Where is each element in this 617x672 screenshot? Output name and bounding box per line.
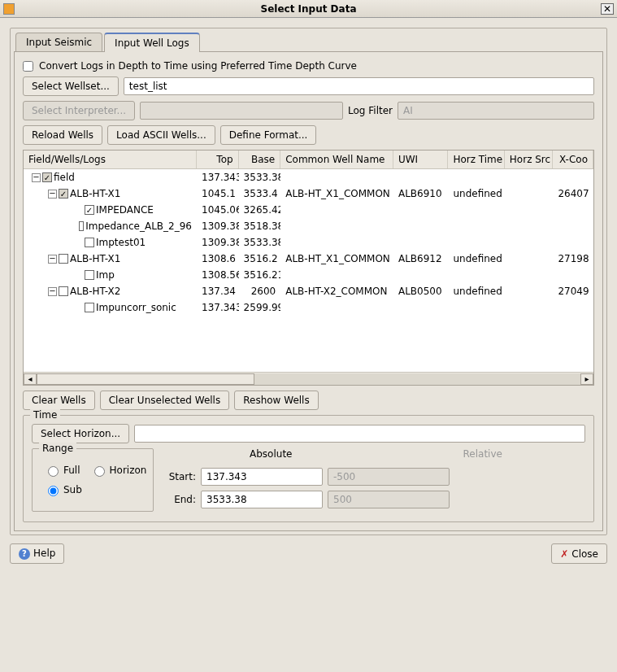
relative-label: Relative bbox=[463, 448, 502, 460]
tree-checkbox[interactable] bbox=[79, 221, 84, 231]
absolute-label: Absolute bbox=[250, 448, 292, 460]
load-ascii-wells-button[interactable]: Load ASCII Wells... bbox=[107, 125, 215, 145]
tree-checkbox[interactable] bbox=[85, 238, 94, 247]
tree-node-label: field bbox=[54, 172, 75, 183]
table-row[interactable]: Impedance_ALB_2_961309.383518.38 bbox=[24, 218, 593, 234]
tree-expander-icon[interactable]: − bbox=[48, 287, 57, 296]
col-horz-time[interactable]: Horz Time bbox=[448, 151, 504, 168]
col-base[interactable]: Base bbox=[239, 151, 281, 168]
wellset-input[interactable] bbox=[124, 77, 594, 95]
tab-input-seismic[interactable]: Input Seismic bbox=[15, 33, 102, 51]
scroll-right-icon[interactable]: ▸ bbox=[580, 373, 593, 385]
tree-node-label: ALB-HT-X1 bbox=[70, 188, 120, 199]
help-button[interactable]: ?Help bbox=[10, 543, 64, 564]
horizon-input[interactable] bbox=[134, 425, 585, 443]
tree-checkbox[interactable] bbox=[85, 270, 94, 280]
log-filter-input bbox=[398, 102, 594, 120]
tree-checkbox[interactable] bbox=[59, 254, 68, 264]
tree-checkbox[interactable]: ✓ bbox=[85, 205, 94, 215]
help-icon: ? bbox=[19, 548, 30, 560]
end-label: End: bbox=[167, 494, 196, 505]
tree-node-label: Impuncorr_sonic bbox=[96, 302, 176, 313]
tree-checkbox[interactable] bbox=[59, 286, 68, 296]
tree-node-label: Imp bbox=[96, 269, 115, 281]
table-row[interactable]: − ALB-HT-X11308.63516.2ALB-HT_X1_COMMONA… bbox=[24, 251, 593, 267]
table-row[interactable]: Imp1308.563516.21 bbox=[24, 267, 593, 283]
interpreter-input bbox=[140, 102, 343, 120]
range-legend: Range bbox=[39, 443, 76, 454]
reload-wells-button[interactable]: Reload Wells bbox=[23, 125, 102, 145]
col-x-coord[interactable]: X-Coo bbox=[553, 151, 593, 168]
tree-checkbox[interactable] bbox=[85, 303, 94, 312]
table-row[interactable]: − ALB-HT-X2137.342600ALB-HT-X2_COMMONALB… bbox=[24, 283, 593, 299]
wells-table: Field/Wells/Logs Top Base Common Well Na… bbox=[23, 150, 594, 386]
table-row[interactable]: ✓ IMPEDANCE1045.063265.42 bbox=[24, 202, 593, 218]
clear-unselected-wells-button[interactable]: Clear Unselected Wells bbox=[100, 391, 230, 410]
table-row[interactable]: Imptest011309.383533.38 bbox=[24, 234, 593, 251]
end-relative-input bbox=[328, 491, 450, 508]
col-horz-src[interactable]: Horz Src bbox=[505, 151, 554, 168]
col-uwi[interactable]: UWI bbox=[393, 151, 448, 168]
range-horizon-radio[interactable]: Horizon bbox=[90, 464, 147, 477]
convert-logs-checkbox[interactable] bbox=[23, 61, 33, 72]
window-title: Select Input Data bbox=[260, 3, 356, 15]
reshow-wells-button[interactable]: Reshow Wells bbox=[234, 391, 318, 410]
close-button[interactable]: ✗Close bbox=[551, 543, 607, 564]
range-full-radio[interactable]: Full bbox=[44, 464, 80, 477]
end-absolute-input[interactable] bbox=[201, 491, 323, 508]
time-legend: Time bbox=[30, 409, 60, 421]
define-format-button[interactable]: Define Format... bbox=[220, 125, 317, 145]
scroll-left-icon[interactable]: ◂ bbox=[24, 373, 37, 385]
tree-checkbox[interactable]: ✓ bbox=[42, 172, 52, 182]
col-top[interactable]: Top bbox=[197, 151, 239, 168]
tab-input-well-logs[interactable]: Input Well Logs bbox=[104, 33, 200, 52]
tree-node-label: ALB-HT-X2 bbox=[70, 286, 120, 297]
tab-bar: Input Seismic Input Well Logs bbox=[15, 30, 606, 51]
tree-expander-icon[interactable]: − bbox=[48, 190, 57, 199]
tree-node-label: IMPEDANCE bbox=[96, 204, 154, 216]
table-row[interactable]: Impuncorr_sonic137.3432599.99 bbox=[24, 299, 593, 316]
log-filter-label: Log Filter bbox=[348, 105, 393, 116]
convert-logs-checkbox-label[interactable]: Convert Logs in Depth to Time using Pref… bbox=[23, 60, 357, 72]
app-icon bbox=[3, 3, 15, 15]
table-row[interactable]: −✓ field137.3433533.38 bbox=[24, 169, 593, 185]
table-row[interactable]: −✓ ALB-HT-X11045.13533.4ALB-HT_X1_COMMON… bbox=[24, 185, 593, 202]
range-sub-radio[interactable]: Sub bbox=[44, 483, 141, 496]
tree-expander-icon[interactable]: − bbox=[32, 173, 41, 182]
tree-checkbox[interactable]: ✓ bbox=[59, 189, 68, 199]
h-scrollbar[interactable]: ◂ ▸ bbox=[24, 372, 593, 385]
tree-node-label: Impedance_ALB_2_96 bbox=[85, 220, 192, 232]
time-group: Time Select Horizon... Range Full Horizo… bbox=[23, 415, 594, 522]
window-close-icon[interactable]: ✕ bbox=[601, 3, 614, 15]
start-absolute-input[interactable] bbox=[201, 468, 323, 486]
start-label: Start: bbox=[167, 471, 196, 482]
select-wellset-button[interactable]: Select Wellset... bbox=[23, 76, 119, 96]
range-group: Range Full Horizon Sub bbox=[32, 448, 154, 512]
tree-expander-icon[interactable]: − bbox=[48, 255, 57, 264]
col-common-well-name[interactable]: Common Well Name bbox=[280, 151, 393, 168]
scroll-thumb[interactable] bbox=[37, 373, 254, 385]
start-relative-input bbox=[328, 468, 450, 486]
close-icon: ✗ bbox=[560, 548, 568, 560]
clear-wells-button[interactable]: Clear Wells bbox=[23, 391, 95, 410]
tree-node-label: Imptest01 bbox=[96, 237, 146, 248]
title-bar: Select Input Data ✕ bbox=[0, 0, 617, 18]
select-interpreter-button: Select Interpreter... bbox=[23, 101, 135, 120]
col-field-wells-logs[interactable]: Field/Wells/Logs bbox=[24, 151, 197, 168]
select-horizon-button[interactable]: Select Horizon... bbox=[32, 424, 129, 443]
tree-node-label: ALB-HT-X1 bbox=[70, 253, 120, 264]
